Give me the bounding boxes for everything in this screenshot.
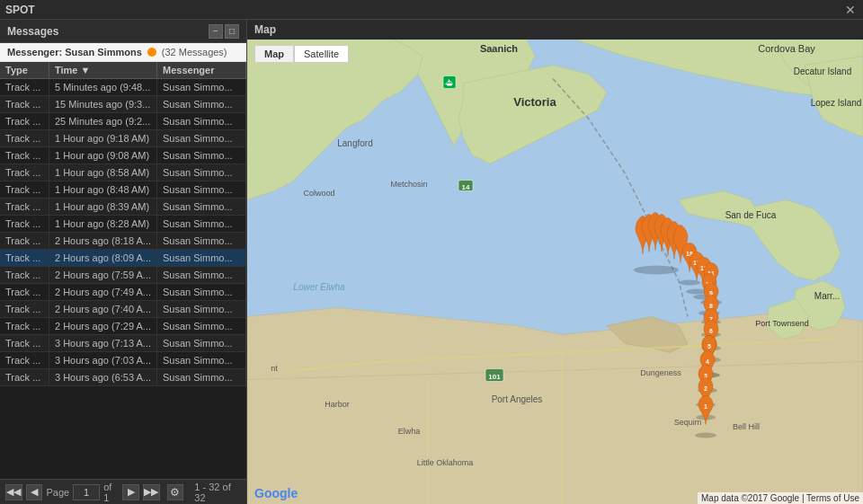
map-tab[interactable]: Map [254, 45, 294, 63]
table-row[interactable]: Track ...2 Hours ago (8:18 A...Susan Sim… [0, 233, 246, 250]
range-text: 1 - 32 of 32 [194, 482, 241, 503]
cell-messenger: Susan Simmo... [157, 284, 246, 300]
table-body: Track ...5 Minutes ago (9:48...Susan Sim… [0, 79, 246, 386]
cell-messenger: Susan Simmo... [157, 250, 246, 266]
map-panel: Map [247, 20, 863, 504]
table-row[interactable]: Track ...3 Hours ago (7:13 A...Susan Sim… [0, 335, 246, 352]
map-title: Map [254, 23, 276, 36]
prev-page-button[interactable]: ◀ [26, 484, 43, 500]
col-type: Type [0, 62, 49, 78]
maximize-button[interactable]: □ [225, 24, 239, 39]
table-row[interactable]: Track ...3 Hours ago (7:03 A...Susan Sim… [0, 352, 246, 369]
svg-text:8: 8 [709, 303, 713, 309]
panel-controls: − □ [209, 24, 239, 39]
cell-type: Track ... [0, 130, 49, 146]
svg-text:2: 2 [704, 385, 707, 392]
table-row[interactable]: Track ...1 Hour ago (8:58 AM)Susan Simmo… [0, 164, 246, 181]
svg-text:Saanich: Saanich [480, 43, 518, 54]
panel-header: Messages − □ [0, 20, 246, 43]
map-background: 101 14 ⛴ Saanich Victoria Langford Metch… [247, 40, 863, 504]
table-row[interactable]: Track ...15 Minutes ago (9:3...Susan Sim… [0, 96, 246, 113]
cell-type: Track ... [0, 96, 49, 112]
messages-table[interactable]: Type Time ▼ Messenger Track ...5 Minutes… [0, 62, 246, 479]
svg-text:Dungeness: Dungeness [640, 368, 681, 377]
cell-time: 1 Hour ago (9:18 AM) [49, 130, 157, 146]
map-top-bar: Map [247, 20, 863, 40]
svg-text:⛴: ⛴ [445, 78, 454, 88]
cell-type: Track ... [0, 181, 49, 198]
svg-point-28 [679, 280, 700, 286]
table-row[interactable]: Track ...2 Hours ago (7:40 A...Susan Sim… [0, 301, 246, 318]
cell-type: Track ... [0, 267, 49, 283]
svg-text:1: 1 [704, 403, 707, 410]
table-row[interactable]: Track ...1 Hour ago (8:48 AM)Susan Simmo… [0, 181, 246, 199]
table-row[interactable]: Track ...5 Minutes ago (9:48...Susan Sim… [0, 79, 246, 96]
cell-type: Track ... [0, 216, 49, 232]
cell-time: 2 Hours ago (7:40 A... [49, 301, 157, 317]
cell-time: 3 Hours ago (6:53 A... [49, 369, 157, 385]
cell-time: 3 Hours ago (7:03 A... [49, 352, 157, 368]
table-row[interactable]: Track ...25 Minutes ago (9:2...Susan Sim… [0, 113, 246, 130]
cell-type: Track ... [0, 233, 49, 249]
svg-text:5: 5 [707, 343, 711, 349]
svg-text:Metchosin: Metchosin [390, 180, 427, 189]
table-row[interactable]: Track ...1 Hour ago (9:08 AM)Susan Simmo… [0, 147, 246, 164]
svg-text:6: 6 [709, 328, 713, 334]
cell-messenger: Susan Simmo... [157, 147, 246, 164]
page-of: of 1 [103, 482, 119, 503]
messenger-count: (32 Messages) [162, 47, 227, 57]
cell-messenger: Susan Simmo... [157, 96, 246, 112]
messenger-bar: Messenger: Susan Simmons (32 Messages) [0, 43, 246, 62]
cell-time: 2 Hours ago (8:18 A... [49, 233, 157, 249]
svg-text:4: 4 [706, 358, 709, 365]
next-page-button[interactable]: ▶ [122, 484, 139, 500]
table-row[interactable]: Track ...1 Hour ago (9:18 AM)Susan Simmo… [0, 130, 246, 147]
svg-text:nt: nt [271, 364, 278, 373]
table-row[interactable]: Track ...3 Hours ago (6:53 A...Susan Sim… [0, 369, 246, 386]
cell-messenger: Susan Simmo... [157, 164, 246, 181]
cell-type: Track ... [0, 199, 49, 215]
cell-type: Track ... [0, 113, 49, 129]
cell-messenger: Susan Simmo... [157, 113, 246, 129]
cell-time: 2 Hours ago (7:29 A... [49, 318, 157, 334]
cell-messenger: Susan Simmo... [157, 301, 246, 317]
cell-type: Track ... [0, 335, 49, 351]
cell-time: 1 Hour ago (8:28 AM) [49, 216, 157, 232]
page-input[interactable] [73, 484, 100, 500]
cell-type: Track ... [0, 369, 49, 385]
table-row[interactable]: Track ...2 Hours ago (7:49 A...Susan Sim… [0, 284, 246, 301]
svg-text:Port Townsend: Port Townsend [755, 319, 808, 328]
col-time[interactable]: Time ▼ [49, 62, 157, 78]
table-row[interactable]: Track ...2 Hours ago (8:09 A...Susan Sim… [0, 250, 246, 267]
table-row[interactable]: Track ...2 Hours ago (7:29 A...Susan Sim… [0, 318, 246, 335]
cell-time: 25 Minutes ago (9:2... [49, 113, 157, 129]
cell-time: 3 Hours ago (7:13 A... [49, 335, 157, 351]
cell-type: Track ... [0, 301, 49, 317]
satellite-tab[interactable]: Satellite [294, 45, 349, 63]
cell-time: 15 Minutes ago (9:3... [49, 96, 157, 112]
cell-time: 1 Hour ago (8:39 AM) [49, 199, 157, 215]
table-row[interactable]: Track ...1 Hour ago (8:39 AM)Susan Simmo… [0, 199, 246, 216]
cell-type: Track ... [0, 352, 49, 368]
close-icon[interactable]: ✕ [843, 3, 858, 17]
cell-time: 1 Hour ago (8:58 AM) [49, 164, 157, 181]
svg-text:Elwha: Elwha [398, 427, 421, 436]
table-row[interactable]: Track ...1 Hour ago (8:28 AM)Susan Simmo… [0, 216, 246, 233]
svg-text:San de Fuca: San de Fuca [725, 210, 777, 220]
settings-button[interactable]: ⚙ [167, 484, 184, 500]
last-page-button[interactable]: ▶▶ [143, 484, 160, 500]
minimize-button[interactable]: − [209, 24, 223, 39]
svg-point-54 [695, 433, 716, 438]
cell-time: 1 Hour ago (8:48 AM) [49, 181, 157, 198]
svg-text:Decatur Island: Decatur Island [794, 66, 851, 76]
pagination: ◀◀ ◀ Page of 1 ▶ ▶▶ ⚙ 1 - 32 of 32 [0, 479, 246, 504]
cell-type: Track ... [0, 318, 49, 334]
page-label: Page [46, 487, 69, 498]
main-layout: Messages − □ Messenger: Susan Simmons (3… [0, 20, 863, 504]
cell-time: 5 Minutes ago (9:48... [49, 79, 157, 95]
first-page-button[interactable]: ◀◀ [5, 484, 22, 500]
svg-point-27 [634, 266, 679, 275]
map-svg: 101 14 ⛴ Saanich Victoria Langford Metch… [247, 40, 863, 504]
svg-text:101: 101 [488, 373, 501, 381]
table-row[interactable]: Track ...2 Hours ago (7:59 A...Susan Sim… [0, 267, 246, 284]
